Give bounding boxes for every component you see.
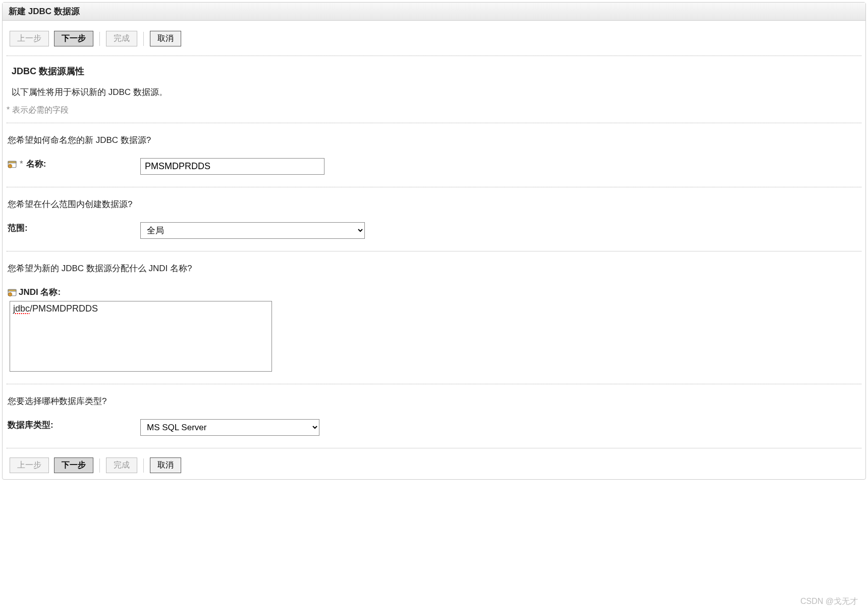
- panel-body: 上一步 下一步 完成 取消 JDBC 数据源属性 以下属性将用于标识新的 JDB…: [3, 21, 865, 479]
- button-row-bottom: 上一步 下一步 完成 取消: [7, 448, 861, 477]
- scope-row: 范围: 全局: [7, 222, 861, 239]
- next-button[interactable]: 下一步: [54, 31, 93, 46]
- wizard-panel: 新建 JDBC 数据源 上一步 下一步 完成 取消 JDBC 数据源属性 以下属…: [2, 2, 866, 480]
- scope-block: 您希望在什么范围内创建数据源? 范围: 全局: [7, 187, 861, 251]
- cancel-button[interactable]: 取消: [150, 457, 181, 473]
- dbtype-question: 您要选择哪种数据库类型?: [7, 395, 861, 407]
- finish-button: 完成: [106, 457, 137, 473]
- name-block: 您希望如何命名您的新 JDBC 数据源? * 名称:: [7, 123, 861, 187]
- name-label-cell: * 名称:: [7, 158, 140, 170]
- jndi-label-row: JNDI 名称:: [7, 286, 861, 298]
- dbtype-label: 数据库类型:: [8, 419, 53, 431]
- jndi-label: JNDI 名称:: [19, 286, 61, 298]
- scope-select[interactable]: 全局: [140, 222, 365, 239]
- next-button[interactable]: 下一步: [54, 457, 93, 473]
- button-divider: [143, 458, 144, 473]
- button-divider: [99, 32, 100, 46]
- scope-label: 范围:: [8, 222, 28, 234]
- finish-button: 完成: [106, 31, 137, 46]
- name-row: * 名称:: [7, 158, 861, 175]
- help-icon[interactable]: [8, 160, 17, 169]
- jndi-textarea[interactable]: jdbc/PMSMDPRDDS: [10, 301, 272, 372]
- section-heading: JDBC 数据源属性: [7, 56, 861, 79]
- dbtype-select[interactable]: MS SQL Server: [140, 419, 319, 436]
- svg-rect-6: [8, 289, 16, 291]
- nav-button-group-bottom: 上一步 下一步 完成 取消: [10, 457, 181, 473]
- back-button: 上一步: [10, 457, 49, 473]
- cancel-button[interactable]: 取消: [150, 31, 181, 46]
- name-input[interactable]: [140, 158, 324, 175]
- name-question: 您希望如何命名您的新 JDBC 数据源?: [7, 134, 861, 146]
- nav-button-group: 上一步 下一步 完成 取消: [10, 31, 181, 46]
- dbtype-row: 数据库类型: MS SQL Server: [7, 419, 861, 436]
- svg-rect-4: [10, 166, 11, 167]
- dbtype-label-cell: 数据库类型:: [7, 419, 140, 431]
- jndi-question: 您希望为新的 JDBC 数据源分配什么 JNDI 名称?: [7, 263, 861, 274]
- svg-rect-8: [10, 293, 11, 294]
- dbtype-block: 您要选择哪种数据库类型? 数据库类型: MS SQL Server: [7, 384, 861, 448]
- section-description: 以下属性将用于标识新的 JDBC 数据源。: [7, 79, 861, 98]
- jndi-spellbad: jdbc: [13, 303, 30, 314]
- svg-rect-1: [8, 161, 16, 163]
- name-label: 名称:: [26, 158, 46, 170]
- jndi-block: 您希望为新的 JDBC 数据源分配什么 JNDI 名称? JNDI 名称: jd…: [7, 251, 861, 384]
- required-star: *: [20, 159, 23, 169]
- back-button: 上一步: [10, 31, 49, 46]
- scope-question: 您希望在什么范围内创建数据源?: [7, 198, 861, 210]
- help-icon[interactable]: [8, 288, 17, 297]
- panel-title: 新建 JDBC 数据源: [3, 3, 865, 21]
- required-fields-note: * 表示必需的字段: [7, 98, 861, 123]
- scope-label-cell: 范围:: [7, 222, 140, 234]
- jndi-rest: /PMSMDPRDDS: [30, 303, 98, 314]
- button-row-top: 上一步 下一步 完成 取消: [7, 21, 861, 56]
- svg-rect-9: [10, 294, 11, 295]
- button-divider: [143, 32, 144, 46]
- svg-rect-3: [10, 165, 11, 166]
- button-divider: [99, 458, 100, 473]
